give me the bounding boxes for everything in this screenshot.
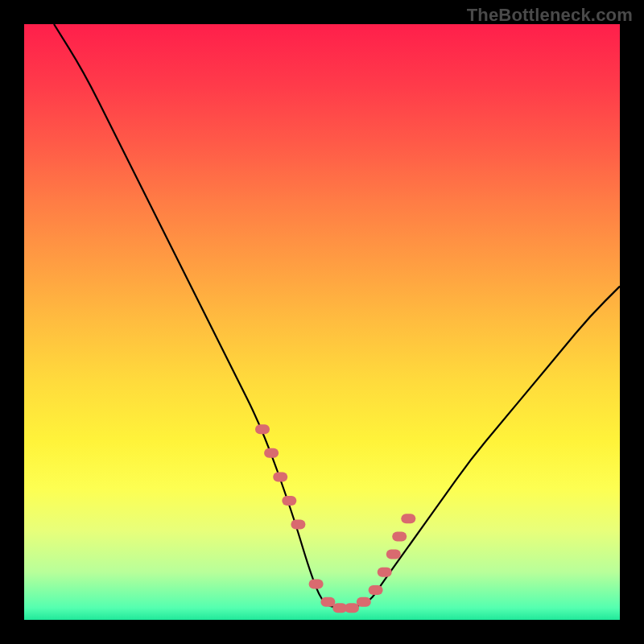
plot-area	[24, 24, 620, 620]
highlight-marker	[345, 603, 359, 613]
highlight-marker	[320, 597, 335, 607]
highlight-marker	[357, 597, 371, 607]
bottleneck-curve	[54, 24, 620, 608]
highlight-marker	[291, 520, 305, 530]
highlight-marker	[369, 585, 383, 595]
highlight-marker	[378, 568, 392, 577]
curve-layer	[24, 24, 620, 620]
highlight-marker	[264, 448, 279, 458]
highlight-marker	[282, 496, 296, 506]
chart-frame: TheBottleneck.com	[0, 0, 644, 644]
highlight-marker	[309, 580, 324, 589]
watermark-text: TheBottleneck.com	[467, 5, 633, 26]
highlight-marker	[386, 550, 401, 559]
highlight-marker	[255, 424, 270, 434]
highlight-markers	[255, 424, 415, 613]
highlight-marker	[392, 531, 407, 541]
highlight-marker	[401, 514, 415, 523]
highlight-marker	[273, 472, 287, 481]
